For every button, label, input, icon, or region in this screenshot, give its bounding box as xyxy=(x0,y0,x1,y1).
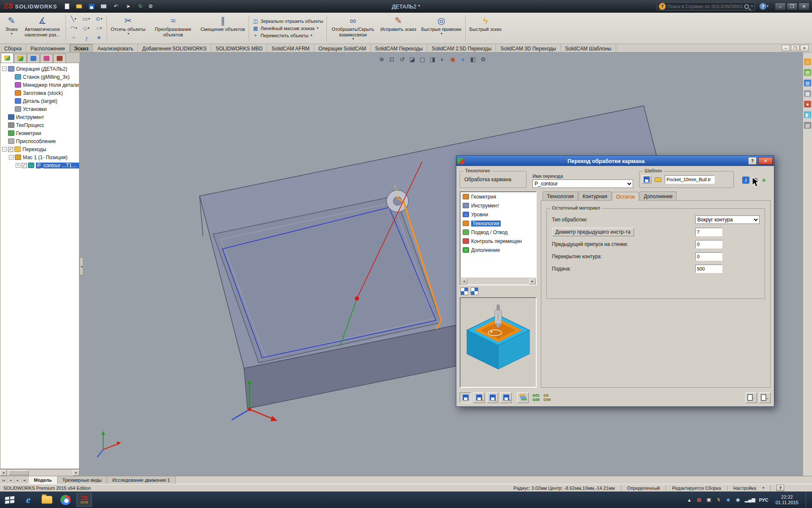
grid-option-icon[interactable] xyxy=(461,287,468,295)
dtab-technology[interactable]: Технология xyxy=(543,191,578,200)
doc-restore-button[interactable]: ❐ xyxy=(791,45,799,51)
page-link[interactable]: Подвод / Отвод xyxy=(461,228,536,237)
sketch-point[interactable] xyxy=(355,296,359,301)
solidcam-tree-tab[interactable] xyxy=(1,53,14,63)
page-levels[interactable]: ↓Уровни xyxy=(461,210,536,219)
scroll-right-icon[interactable]: ▸ xyxy=(73,470,80,476)
open-button[interactable]: ▾ xyxy=(74,2,86,11)
save-operation-button[interactable] xyxy=(460,392,471,403)
sketch-button[interactable]: ✎ Эскиз▾ xyxy=(3,14,20,43)
appearances-icon[interactable]: ● xyxy=(804,101,811,108)
trim-entities-button[interactable]: ✂ Отсечь объекты▾ xyxy=(108,14,148,43)
zoom-fit-icon[interactable]: ⊕ xyxy=(377,55,386,64)
expand-icon[interactable]: + xyxy=(16,163,20,168)
collapse-icon[interactable]: − xyxy=(9,155,14,160)
motion-study-tab[interactable]: Исследование движения 1 xyxy=(107,476,175,484)
display-relations-button[interactable]: ∞ Отобразить/Скрыть взаимосвязи▾ xyxy=(328,14,378,43)
previous-tool-diameter-button[interactable]: Диаметр предыдущего инстр-та xyxy=(552,228,634,236)
tray-expand-icon[interactable]: ▲ xyxy=(686,497,692,502)
tab-mbd[interactable]: SOLIDWORKS MBD xyxy=(211,44,267,52)
dialog-close-button[interactable]: ✕ xyxy=(758,157,773,165)
undo-button[interactable]: ↶▾ xyxy=(111,2,123,11)
point-tool-button[interactable]: ∗ xyxy=(93,33,105,42)
previous-tool-diameter-input[interactable] xyxy=(695,228,722,236)
tree-item-geometries[interactable]: Геометрии xyxy=(1,129,79,137)
spline-tool-button[interactable]: ~ xyxy=(67,33,80,42)
search-input[interactable] xyxy=(667,4,743,9)
tab-solidcam-operation[interactable]: Операция SolidCAM xyxy=(314,44,371,52)
offset-entities-button[interactable]: ∥ Смещение объектов xyxy=(198,14,247,43)
zoom-area-icon[interactable]: ⊡ xyxy=(387,55,396,64)
transitions-checkbox[interactable]: ✓ xyxy=(8,147,13,152)
template-open-button[interactable] xyxy=(653,175,663,184)
tree-item-transitions[interactable]: − ✓ Переходы xyxy=(1,145,79,153)
view-settings-icon[interactable]: ◧ xyxy=(469,55,477,64)
tree-item-target[interactable]: Деталь (target) xyxy=(1,97,79,105)
resources-home-icon[interactable]: ⌂ xyxy=(804,58,811,65)
prev-tab-icon[interactable]: ◂ xyxy=(7,476,14,484)
tree-item-mac1[interactable]: − Мас 1 (1- Позиция) xyxy=(1,153,79,161)
next-tab-icon[interactable]: ▸ xyxy=(14,476,22,484)
circle-tool-button[interactable]: ⊙▾ xyxy=(93,14,105,24)
help-menu-button[interactable]: ?▾ xyxy=(758,2,770,11)
rapid-sketch-button[interactable]: ϟ Быстрый эскиз xyxy=(467,14,504,43)
doc-minimize-button[interactable]: – xyxy=(782,45,790,51)
section-view-icon[interactable]: ◪ xyxy=(408,55,417,64)
configurationmanager-tab[interactable] xyxy=(40,54,53,63)
3d-views-tab[interactable]: Трехмерные виды xyxy=(58,476,107,484)
scroll-right-icon[interactable]: ▸ xyxy=(529,279,536,284)
line-tool-button[interactable]: ╲▾ xyxy=(67,14,80,24)
model-tab[interactable]: Модель xyxy=(29,476,58,484)
design-library-icon[interactable]: ▤ xyxy=(804,69,811,76)
antivirus-icon[interactable]: ▩ xyxy=(696,497,702,502)
arc-tool-button[interactable]: ◠▾ xyxy=(67,24,80,33)
tree-item-stock[interactable]: Заготовка (stock) xyxy=(1,89,79,97)
pocket-operation-dialog[interactable]: Переход обработки кармана ? ✕ Технология… xyxy=(456,155,774,407)
dialog-titlebar[interactable]: Переход обработки кармана ? ✕ xyxy=(456,156,774,166)
doc-close-button[interactable]: ✕ xyxy=(800,45,809,51)
customize-chevron-icon[interactable]: ▾ xyxy=(763,486,764,490)
tab-solidcam-afrm[interactable]: SolidCAM AFRM xyxy=(267,44,314,52)
contour-overlap-input[interactable] xyxy=(695,252,722,261)
tab-evaluate[interactable]: Анализировать xyxy=(93,44,138,52)
page-misc[interactable]: +Дополнение xyxy=(461,246,536,254)
ellipse-tool-button[interactable]: ○▾ xyxy=(93,24,105,33)
show-desktop-button[interactable] xyxy=(806,491,809,508)
restore-button[interactable]: ❐ xyxy=(787,3,798,10)
tree-item-pcontour[interactable]: + ✓ P_contour ...T1 (1) xyxy=(1,161,79,169)
scroll-left-icon[interactable]: ◂ xyxy=(0,470,7,476)
language-indicator[interactable]: РУС xyxy=(759,497,768,502)
start-button[interactable] xyxy=(2,493,18,507)
info-icon[interactable]: i xyxy=(742,177,749,184)
pcontour-checkbox[interactable]: ✓ xyxy=(22,163,27,168)
power-icon[interactable]: ↯ xyxy=(716,497,721,502)
help-search-box[interactable]: ? ▾ xyxy=(657,2,755,11)
rectangle-tool-button[interactable]: ▭▾ xyxy=(80,14,93,24)
tab-sketch[interactable]: Эскиз xyxy=(70,44,93,52)
fillet-tool-button[interactable]: ┌ xyxy=(80,33,93,42)
solidworks-app-button[interactable]: ΞS2015 xyxy=(76,493,92,507)
close-button[interactable]: ✕ xyxy=(798,3,809,10)
convert-entities-button[interactable]: ≈ Преобразование объектов xyxy=(148,14,198,43)
panel-splitter-handle[interactable]: ◂ xyxy=(80,257,83,275)
dtab-contour[interactable]: Контурная xyxy=(579,191,612,200)
pages-horizontal-scrollbar[interactable]: ◂ ▸ xyxy=(461,278,536,284)
add-tool-icon[interactable]: + xyxy=(762,177,765,184)
template-stack-button[interactable] xyxy=(517,392,529,403)
dimxpert-tab[interactable] xyxy=(53,54,66,63)
save-button[interactable]: ▾ xyxy=(87,2,98,11)
dtab-misc[interactable]: Дополнение xyxy=(639,191,677,200)
options-button[interactable]: ⚙▾ xyxy=(146,2,157,11)
camera-options-icon[interactable]: ⚙ xyxy=(479,55,488,64)
rebuild-button[interactable]: ↻ xyxy=(136,2,145,11)
exit-button[interactable]: → xyxy=(759,392,771,403)
tab-solidcam-25d[interactable]: SolidCAM 2.5D Переходы xyxy=(428,44,497,52)
collapse-icon[interactable]: − xyxy=(2,66,7,71)
apply-scene-icon[interactable]: ● xyxy=(458,55,467,64)
tab-assembly[interactable]: Сборка xyxy=(0,44,26,52)
featuremanager-tab[interactable] xyxy=(14,54,27,63)
tab-solidcam-templates[interactable]: SolidCAM Шаблоны xyxy=(561,44,616,52)
volume-icon[interactable]: ◉ xyxy=(735,497,741,502)
linear-pattern-button[interactable]: ▦Линейный массив эскиза▾ xyxy=(252,25,323,31)
internet-explorer-button[interactable]: e xyxy=(20,493,36,507)
